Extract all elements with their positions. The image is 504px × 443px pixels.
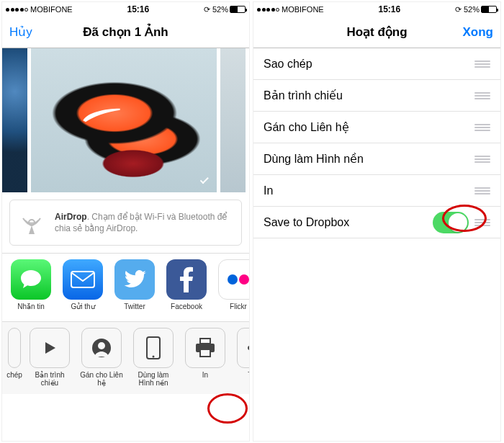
flickr-icon	[218, 259, 249, 300]
svg-point-3	[239, 274, 249, 285]
activities-list: Sao chép Bản trình chiếu Gán cho Liên hệ…	[253, 48, 500, 238]
play-icon	[30, 328, 70, 368]
reorder-handle-icon[interactable]	[474, 219, 490, 226]
photo-thumb-next[interactable]	[220, 48, 246, 192]
action-assign-contact[interactable]: Gán cho Liên hệ	[78, 328, 125, 387]
reorder-handle-icon[interactable]	[474, 187, 490, 194]
svg-point-5	[98, 342, 105, 349]
twitter-icon	[114, 259, 155, 300]
share-messages[interactable]: Nhắn tin	[8, 259, 54, 318]
reorder-handle-icon[interactable]	[474, 124, 490, 131]
clock-label: 15:16	[73, 4, 204, 14]
battery-icon	[230, 6, 246, 13]
battery-icon	[481, 6, 497, 13]
photo-thumb-prev[interactable]	[2, 48, 27, 192]
svg-rect-10	[200, 349, 210, 357]
phone-share-sheet: MOBIFONE 15:16 ⟳ 52% Hủy Đã chọn 1 Ảnh	[1, 1, 250, 442]
nav-bar: Hoạt động Xong	[253, 17, 500, 48]
wallpaper-icon	[133, 328, 174, 368]
action-copy-peek[interactable]: chép	[8, 328, 21, 387]
battery-text: 52%	[464, 5, 480, 14]
share-flickr[interactable]: Flickr	[215, 259, 249, 318]
signal-dots-icon	[6, 8, 28, 12]
contact-icon	[81, 328, 122, 368]
action-slideshow[interactable]: Bản trình chiếu	[27, 328, 73, 387]
row-wallpaper[interactable]: Dùng làm Hình nền	[253, 143, 500, 175]
facebook-icon	[166, 259, 207, 300]
airdrop-text: AirDrop. Chạm để bật Wi-Fi và Bluetooth …	[55, 211, 234, 234]
battery-text: 52%	[212, 5, 228, 14]
signal-dots-icon	[257, 8, 279, 12]
action-more[interactable]: Thêm	[234, 328, 249, 387]
reorder-handle-icon[interactable]	[474, 156, 490, 163]
action-print[interactable]: In	[182, 328, 228, 387]
carrier-label: MOBIFONE	[282, 5, 324, 14]
status-bar: MOBIFONE 15:16 ⟳ 52%	[253, 2, 500, 17]
photo-thumb-selected[interactable]	[31, 48, 217, 192]
airdrop-icon	[17, 207, 46, 238]
more-icon	[237, 328, 249, 368]
status-bar: MOBIFONE 15:16 ⟳ 52%	[2, 2, 249, 17]
cancel-button[interactable]: Hủy	[9, 24, 32, 40]
reorder-handle-icon[interactable]	[474, 92, 490, 99]
share-mail[interactable]: Gửi thư	[60, 259, 106, 318]
annotation-circle-icon	[207, 393, 248, 424]
nike-swoosh-icon	[81, 107, 122, 123]
share-facebook[interactable]: Facebook	[163, 259, 210, 318]
phone-activities-list: MOBIFONE 15:16 ⟳ 52% Hoạt động Xong Sao …	[253, 1, 501, 442]
share-twitter[interactable]: Twitter	[112, 259, 158, 318]
carrier-label: MOBIFONE	[30, 5, 73, 14]
nav-title: Đã chọn 1 Ảnh	[2, 24, 249, 40]
mail-icon	[63, 259, 103, 300]
row-copy[interactable]: Sao chép	[253, 48, 500, 80]
airdrop-card[interactable]: AirDrop. Chạm để bật Wi-Fi và Bluetooth …	[9, 200, 242, 246]
nav-bar: Hủy Đã chọn 1 Ảnh	[2, 17, 249, 48]
reorder-handle-icon[interactable]	[474, 61, 490, 68]
svg-point-11	[248, 346, 249, 350]
svg-point-7	[153, 356, 155, 358]
toggle-switch[interactable]	[433, 212, 469, 233]
share-apps-row[interactable]: Nhắn tin Gửi thư Twitter Facebook Flickr	[2, 253, 249, 321]
actions-row[interactable]: chép Bản trình chiếu Gán cho Liên hệ Dùn…	[2, 321, 249, 394]
rotation-lock-icon: ⟳	[204, 5, 210, 14]
row-slideshow[interactable]: Bản trình chiếu	[253, 80, 500, 112]
svg-point-2	[228, 274, 238, 285]
svg-rect-8	[200, 339, 210, 344]
row-print[interactable]: In	[253, 175, 500, 207]
row-assign-contact[interactable]: Gán cho Liên hệ	[253, 112, 500, 143]
photo-strip[interactable]	[2, 48, 249, 192]
print-icon	[185, 328, 225, 368]
rotation-lock-icon: ⟳	[455, 5, 462, 14]
row-save-dropbox[interactable]: Save to Dropbox	[253, 207, 500, 238]
done-button[interactable]: Xong	[463, 25, 494, 40]
svg-rect-1	[71, 272, 94, 287]
messages-icon	[11, 259, 51, 300]
action-wallpaper[interactable]: Dùng làm Hình nền	[130, 328, 176, 387]
clock-label: 15:16	[324, 4, 455, 14]
copy-icon	[8, 328, 21, 368]
